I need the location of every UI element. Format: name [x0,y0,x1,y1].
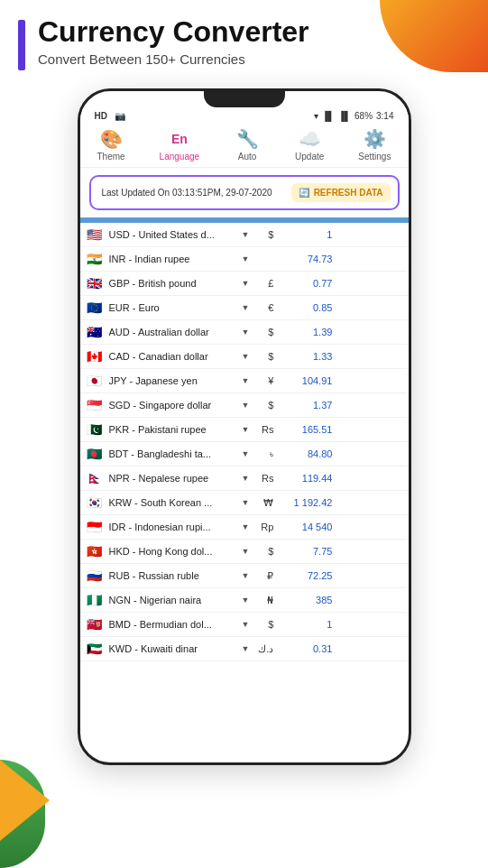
currency-flag: 🇧🇲 [84,617,106,632]
currency-value: 84.80 [273,448,332,459]
currency-name: INR - Indian rupee [109,254,240,264]
phone-inner: HD 📷 ▾ ▐▌ ▐▌ 68% 3:14 🎨 Theme En Languag… [80,91,409,728]
currency-name: SGD - Singapore dollar [109,400,240,411]
settings-icon: ⚙️ [361,126,388,152]
dropdown-arrow-icon[interactable]: ▼ [242,571,250,580]
update-bar: Last Updated On 03:13:51PM, 29-07-2020 🔄… [89,175,400,210]
currency-value: 119.44 [273,473,332,484]
dropdown-arrow-icon[interactable]: ▼ [242,498,250,507]
currency-name: RUB - Russian ruble [109,570,240,581]
currency-row[interactable]: 🇦🇺 AUD - Australian dollar ▼ $ 1.39 [80,320,409,345]
dropdown-arrow-icon[interactable]: ▼ [242,254,250,263]
dropdown-arrow-icon[interactable]: ▼ [242,644,250,653]
language-icon: En [166,126,193,152]
currency-flag: 🇰🇼 [84,642,106,656]
currency-row[interactable]: 🇷🇺 RUB - Russian ruble ▼ ₽ 72.25 [80,564,409,588]
status-bar: HD 📷 ▾ ▐▌ ▐▌ 68% 3:14 [80,107,409,123]
dropdown-arrow-icon[interactable]: ▼ [242,230,250,239]
app-subtitle: Convert Between 150+ Currencies [38,51,309,67]
currency-name: BMD - Bermudian dol... [109,619,240,630]
currency-flag: 🇪🇺 [84,300,106,315]
dropdown-arrow-icon[interactable]: ▼ [242,376,250,385]
currency-symbol: ₦ [253,595,273,606]
currency-symbol: $ [253,229,273,240]
currency-row[interactable]: 🇳🇬 NGN - Nigerian naira ▼ ₦ 385 [80,588,409,613]
currency-name: GBP - British pound [109,278,240,289]
auto-icon: 🔧 [234,126,261,152]
currency-row[interactable]: 🇭🇰 HKD - Hong Kong dol... ▼ $ 7.75 [80,540,409,564]
currency-flag: 🇭🇰 [84,544,106,559]
currency-row[interactable]: 🇰🇷 KRW - South Korean ... ▼ ₩ 1 192.42 [80,491,409,515]
header-text-block: Currency Converter Convert Between 150+ … [38,16,309,67]
currency-row[interactable]: 🇳🇵 NPR - Nepalese rupee ▼ Rs 119.44 [80,466,409,491]
phone-notch [204,91,285,107]
currency-symbol: $ [253,351,273,362]
currency-row[interactable]: 🇬🇧 GBP - British pound ▼ £ 0.77 [80,272,409,296]
dropdown-arrow-icon[interactable]: ▼ [242,620,250,629]
currency-row[interactable]: 🇵🇰 PKR - Pakistani rupee ▼ Rs 165.51 [80,418,409,442]
currency-flag: 🇬🇧 [84,276,106,291]
dropdown-arrow-icon[interactable]: ▼ [242,425,250,434]
app-header: Currency Converter Convert Between 150+ … [0,0,488,79]
dropdown-arrow-icon[interactable]: ▼ [242,522,250,531]
currency-row[interactable]: 🇨🇦 CAD - Canadian dollar ▼ $ 1.33 [80,345,409,369]
dropdown-arrow-icon[interactable]: ▼ [242,303,250,312]
currency-row[interactable]: 🇮🇩 IDR - Indonesian rupi... ▼ Rp 14 540 [80,515,409,540]
currency-flag: 🇨🇦 [84,349,106,364]
currency-symbol: د.ك [253,643,273,655]
currency-symbol: ¥ [253,375,273,386]
currency-name: CAD - Canadian dollar [109,351,240,362]
currency-flag: 🇳🇵 [84,471,106,485]
currency-value: 165.51 [273,424,332,435]
dropdown-arrow-icon[interactable]: ▼ [242,474,250,483]
currency-list[interactable]: 🇺🇸 USD - United States d... ▼ $ 1 🇮🇳 INR… [80,223,409,728]
currency-name: NPR - Nepalese rupee [109,473,240,484]
theme-label: Theme [97,152,124,162]
currency-row[interactable]: 🇧🇩 BDT - Bangladeshi ta... ▼ ৳ 84.80 [80,442,409,466]
currency-name: EUR - Euro [109,302,240,313]
currency-row[interactable]: 🇰🇼 KWD - Kuwaiti dinar ▼ د.ك 0.31 [80,637,409,661]
dropdown-arrow-icon[interactable]: ▼ [242,352,250,361]
auto-label: Auto [238,152,257,162]
status-left: HD 📷 [95,111,126,121]
currency-flag: 🇯🇵 [84,374,106,388]
dropdown-arrow-icon[interactable]: ▼ [242,596,250,605]
battery-text: 68% [354,111,373,121]
dropdown-arrow-icon[interactable]: ▼ [242,279,250,288]
currency-name: JPY - Japanese yen [109,375,240,386]
hd-label: HD [95,111,107,121]
currency-value: 1 192.42 [273,497,332,508]
currency-flag: 🇦🇺 [84,325,106,339]
toolbar-language[interactable]: En Language [160,126,200,162]
dropdown-arrow-icon[interactable]: ▼ [242,449,250,458]
dropdown-arrow-icon[interactable]: ▼ [242,547,250,556]
currency-row[interactable]: 🇺🇸 USD - United States d... ▼ $ 1 [80,223,409,247]
wifi-icon: ▾ [314,111,318,121]
dropdown-arrow-icon[interactable]: ▼ [242,401,250,410]
settings-label: Settings [358,152,391,162]
currency-flag: 🇺🇸 [84,227,106,242]
theme-icon: 🎨 [97,126,124,152]
toolbar-settings[interactable]: ⚙️ Settings [358,126,391,162]
currency-flag: 🇧🇩 [84,447,106,461]
currency-row[interactable]: 🇸🇬 SGD - Singapore dollar ▼ $ 1.37 [80,393,409,418]
toolbar-auto[interactable]: 🔧 Auto [234,126,261,162]
currency-name: USD - United States d... [109,229,240,240]
currency-value: 1 [273,229,332,240]
currency-row[interactable]: 🇮🇳 INR - Indian rupee ▼ 74.73 [80,247,409,272]
toolbar-theme[interactable]: 🎨 Theme [97,126,124,162]
currency-symbol: Rs [253,424,273,435]
currency-flag: 🇳🇬 [84,593,106,607]
currency-value: 1 [273,619,332,630]
currency-value: 14 540 [273,522,332,532]
currency-value: 74.73 [273,254,332,264]
toolbar-update[interactable]: ☁️ Update [295,126,324,162]
currency-value: 1.39 [273,327,332,337]
currency-row[interactable]: 🇪🇺 EUR - Euro ▼ € 0.85 [80,296,409,320]
currency-value: 0.85 [273,302,332,313]
dropdown-arrow-icon[interactable]: ▼ [242,328,250,337]
currency-row[interactable]: 🇧🇲 BMD - Bermudian dol... ▼ $ 1 [80,613,409,637]
currency-flag: 🇰🇷 [84,495,106,510]
currency-row[interactable]: 🇯🇵 JPY - Japanese yen ▼ ¥ 104.91 [80,369,409,393]
refresh-button[interactable]: 🔄 REFRESH DATA [291,183,391,202]
